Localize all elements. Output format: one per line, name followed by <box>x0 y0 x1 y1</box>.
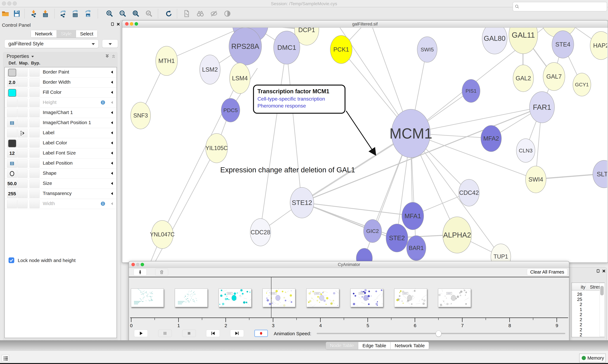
expand-property-icon[interactable] <box>110 120 114 125</box>
expand-all-icon[interactable] <box>105 54 110 59</box>
property-row-border-width[interactable]: 2.0Border Width <box>5 78 117 88</box>
zoom-out-button[interactable] <box>118 9 127 18</box>
expand-property-icon[interactable] <box>110 141 114 145</box>
expand-property-icon[interactable] <box>110 100 114 105</box>
default-cell[interactable]: 2.0 <box>7 78 17 87</box>
network-canvas[interactable]: RPS28BDCP1RPS28ADMC1PCK1MTH1LSM2LSM4SWI5… <box>122 28 607 262</box>
default-cell[interactable] <box>7 169 17 178</box>
property-row-image-chart-1[interactable]: Image/Chart 1 <box>5 108 117 118</box>
play-button[interactable] <box>134 330 148 337</box>
zoom-fit-button[interactable] <box>131 9 140 18</box>
table-row[interactable]: 2 <box>572 327 582 332</box>
bypass-cell[interactable] <box>29 190 40 198</box>
expand-property-icon[interactable] <box>110 151 114 155</box>
export-network-button[interactable] <box>59 9 68 18</box>
default-cell[interactable] <box>7 99 17 107</box>
mapping-cell[interactable] <box>17 200 28 208</box>
default-cell[interactable] <box>7 129 17 137</box>
export-image-button[interactable] <box>84 9 93 18</box>
expand-property-icon[interactable] <box>110 171 114 176</box>
default-cell[interactable] <box>7 68 17 77</box>
contrast-button[interactable] <box>223 9 232 18</box>
style-selector[interactable]: galFiltered Style <box>4 39 98 48</box>
bypass-cell[interactable] <box>29 169 40 178</box>
record-button[interactable] <box>254 330 268 337</box>
hide-selected-button[interactable] <box>209 9 218 18</box>
expand-property-icon[interactable] <box>110 110 114 115</box>
expand-property-icon[interactable] <box>110 191 114 196</box>
annotation-box[interactable]: Transcription factor MCM1 Cell-type-spec… <box>253 85 345 114</box>
bypass-cell[interactable] <box>29 139 40 147</box>
table-row[interactable]: 1 <box>572 307 582 312</box>
table-row[interactable]: 2 <box>572 322 582 327</box>
expand-property-icon[interactable] <box>110 80 114 84</box>
mapping-cell[interactable] <box>17 119 28 127</box>
expand-property-icon[interactable] <box>110 201 114 206</box>
bypass-cell[interactable] <box>29 88 40 97</box>
add-frame-button[interactable] <box>134 269 147 276</box>
step-forward-button[interactable] <box>230 330 244 337</box>
bypass-cell[interactable] <box>29 180 40 188</box>
tab-edge-table[interactable]: Edge Table <box>358 342 390 350</box>
expand-property-icon[interactable] <box>110 70 114 74</box>
open-session-button[interactable] <box>1 9 10 18</box>
cyanimator-titlebar[interactable]: CyAnimator <box>129 261 569 268</box>
default-cell[interactable]: 12 <box>7 149 17 158</box>
float-panel-icon[interactable] <box>110 22 115 26</box>
playhead[interactable] <box>271 277 271 317</box>
frame-thumbnail-7[interactable] <box>438 288 471 307</box>
bypass-cell[interactable] <box>29 78 40 87</box>
mapping-cell[interactable] <box>17 149 28 158</box>
clear-all-frames-button[interactable]: Clear All Frames <box>527 269 567 275</box>
tab-node-table[interactable]: Node Table <box>326 342 358 350</box>
slider-thumb[interactable] <box>436 331 442 337</box>
bypass-cell[interactable] <box>29 99 40 107</box>
default-cell[interactable]: 50.0 <box>7 180 17 188</box>
property-row-label[interactable]: Label <box>5 128 117 138</box>
tab-style[interactable]: Style <box>57 30 76 38</box>
frame-thumbnail-1[interactable] <box>175 288 207 307</box>
refresh-button[interactable] <box>164 9 173 18</box>
annotation-link[interactable]: Cell-type-specific transcription <box>257 95 345 102</box>
property-row-fill-color[interactable]: Fill Color <box>5 88 117 98</box>
mapping-cell[interactable] <box>17 109 28 117</box>
table-column-ity[interactable]: ity <box>572 283 585 290</box>
float-panel-icon[interactable] <box>596 269 601 273</box>
table-row[interactable]: 26 <box>572 292 582 297</box>
lock-size-checkbox[interactable] <box>9 258 14 263</box>
timeline[interactable]: 0123456789 Seconds <box>129 277 569 329</box>
frame-thumbnail-3[interactable] <box>263 288 295 307</box>
default-cell[interactable] <box>7 88 17 97</box>
search-input[interactable] <box>521 3 604 10</box>
table-scrollbar[interactable] <box>600 283 605 337</box>
frame-thumbnail-2[interactable] <box>219 288 251 307</box>
network-window-titlebar[interactable]: galFiltered.sif <box>122 21 608 28</box>
bypass-cell[interactable] <box>29 159 40 168</box>
bypass-cell[interactable] <box>29 109 40 117</box>
info-icon[interactable] <box>100 201 105 206</box>
bypass-cell[interactable] <box>29 200 40 208</box>
property-row-transparency[interactable]: 255Transparency <box>5 189 117 199</box>
table-scrollbar-thumb[interactable] <box>600 286 604 295</box>
frame-thumbnail-6[interactable] <box>394 288 427 307</box>
mapping-cell[interactable] <box>17 190 28 198</box>
bypass-cell[interactable] <box>29 119 40 127</box>
default-cell[interactable]: 255 <box>7 190 17 198</box>
pause-button[interactable] <box>158 330 172 337</box>
stop-button[interactable] <box>182 330 196 337</box>
default-cell[interactable] <box>7 109 17 117</box>
annotation-link[interactable]: Pheromone response <box>257 102 345 109</box>
mapping-cell[interactable] <box>17 129 28 137</box>
tab-select[interactable]: Select <box>76 30 97 38</box>
zoom-selected-button[interactable] <box>145 9 153 18</box>
close-panel-icon[interactable] <box>116 22 121 26</box>
expand-property-icon[interactable] <box>110 161 114 165</box>
property-row-label-position[interactable]: Label Position <box>5 158 117 169</box>
close-panel-icon[interactable] <box>602 269 606 273</box>
frame-thumbnail-5[interactable] <box>350 288 383 307</box>
property-row-border-paint[interactable]: Border Paint <box>5 67 117 78</box>
search-box[interactable] <box>513 2 607 11</box>
mapping-cell[interactable] <box>17 68 28 77</box>
bypass-cell[interactable] <box>29 129 40 137</box>
table-row[interactable]: 2 <box>572 317 582 322</box>
